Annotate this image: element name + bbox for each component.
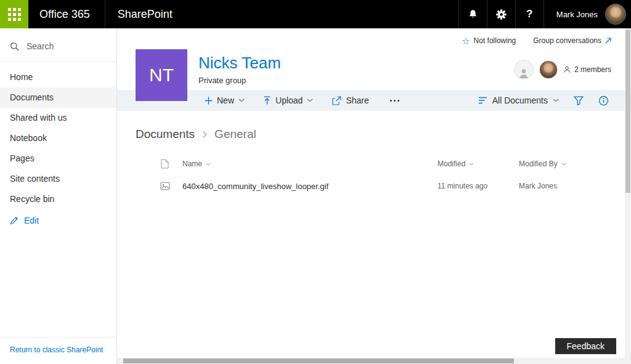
ellipsis-icon [390, 100, 392, 102]
view-selector-all-documents[interactable]: All Documents [478, 95, 559, 105]
file-icon [160, 159, 169, 169]
return-to-classic-link[interactable]: Return to classic SharePoint [0, 337, 116, 364]
office365-brand-link[interactable]: Office 365 [28, 0, 105, 28]
chevron-down-icon [561, 163, 566, 166]
file-modified: 11 minutes ago [438, 182, 519, 190]
team-privacy-label: Private group [198, 76, 281, 85]
members-count-label: 2 members [574, 65, 611, 74]
team-initials: NT [149, 65, 174, 86]
not-following-button[interactable]: ☆ Not following [462, 36, 516, 46]
info-pane-button[interactable] [598, 95, 609, 106]
members-count-button[interactable]: 2 members [563, 65, 611, 74]
team-title-block: Nicks Team Private group [198, 54, 281, 86]
upload-icon [263, 96, 271, 105]
gear-icon [496, 9, 507, 20]
app-launcher-button[interactable] [0, 0, 28, 28]
command-bar-right: All Documents [478, 95, 609, 106]
sidebar-item-site-contents[interactable]: Site contents [0, 169, 116, 189]
chevron-down-icon [238, 99, 245, 102]
account-menu[interactable]: Mark Jones [543, 0, 631, 28]
file-name-link[interactable]: 640x480_community_liveshow_looper.gif [182, 182, 438, 191]
sidebar-item-pages[interactable]: Pages [0, 148, 116, 169]
chevron-down-icon [307, 99, 313, 102]
waffle-icon [8, 8, 21, 21]
upload-label: Upload [275, 95, 303, 105]
settings-button[interactable] [487, 0, 515, 28]
sharepoint-link[interactable]: SharePoint [105, 0, 185, 28]
group-conversations-link[interactable]: Group conversations [533, 36, 611, 45]
funnel-icon [574, 96, 584, 105]
suite-bar-right: ? Mark Jones [458, 0, 631, 28]
help-button[interactable]: ? [515, 0, 543, 28]
filter-button[interactable] [574, 96, 584, 105]
edit-nav-link[interactable]: Edit [0, 209, 116, 232]
modified-by-column-header[interactable]: Modified By [519, 160, 613, 168]
new-label: New [217, 95, 234, 105]
help-icon: ? [526, 8, 532, 20]
chevron-down-icon [206, 163, 211, 166]
share-label: Share [346, 95, 368, 105]
bell-icon [468, 9, 478, 19]
scrollbar-corner [625, 358, 631, 364]
chevron-down-icon [553, 99, 559, 102]
file-modified-by: Mark Jones [519, 182, 613, 190]
group-conversations-label: Group conversations [533, 36, 601, 45]
search-icon [10, 42, 19, 51]
document-list: Name Modified Modified By [136, 153, 613, 198]
user-name: Mark Jones [556, 10, 598, 19]
pencil-icon [10, 216, 18, 225]
follow-bar: ☆ Not following Group conversations [117, 28, 625, 49]
more-commands-button[interactable] [388, 100, 402, 102]
members-group: 2 members [514, 60, 611, 79]
name-column-header[interactable]: Name [182, 160, 438, 168]
vertical-scrollbar [625, 28, 631, 358]
sidebar-item-home[interactable]: Home [0, 67, 116, 87]
site-navigation-sidebar: Home Documents Shared with us Notebook P… [0, 28, 117, 364]
new-button[interactable]: New [205, 95, 245, 105]
modified-column-header[interactable]: Modified [438, 160, 519, 168]
team-logo-tile: NT [136, 49, 187, 101]
document-list-header: Name Modified Modified By [160, 153, 613, 174]
team-name[interactable]: Nicks Team [198, 54, 281, 72]
share-icon [332, 96, 341, 105]
share-button[interactable]: Share [332, 95, 368, 105]
sidebar-nav: Home Documents Shared with us Notebook P… [0, 62, 116, 232]
horizontal-scrollbar [117, 358, 625, 364]
chevron-right-icon [202, 131, 207, 139]
main-content: ☆ Not following Group conversations NT [117, 28, 625, 358]
view-list-icon [478, 97, 487, 104]
star-icon: ☆ [462, 36, 470, 46]
external-link-icon [605, 38, 611, 44]
horizontal-scrollbar-thumb[interactable] [123, 358, 514, 363]
sidebar-item-documents[interactable]: Documents [0, 87, 116, 108]
notifications-button[interactable] [458, 0, 487, 28]
sidebar-search [0, 28, 116, 62]
user-avatar[interactable] [605, 4, 626, 25]
sidebar-item-shared-with-us[interactable]: Shared with us [0, 108, 116, 128]
sidebar-item-recycle-bin[interactable]: Recycle bin [0, 189, 116, 209]
feedback-button[interactable]: Feedback [555, 338, 616, 354]
breadcrumb-general[interactable]: General [214, 127, 256, 141]
site-header: NT Nicks Team Private group [117, 49, 625, 111]
edit-label: Edit [24, 216, 39, 225]
sidebar-item-notebook[interactable]: Notebook [0, 128, 116, 148]
team-title-row: Nicks Team Private group [117, 49, 625, 90]
sharepoint-app: Office 365 SharePoint [0, 0, 631, 364]
breadcrumb-documents[interactable]: Documents [136, 127, 195, 141]
vertical-scrollbar-thumb[interactable] [625, 30, 630, 193]
member-avatar-generic[interactable] [514, 60, 534, 79]
image-file-icon [160, 182, 182, 190]
breadcrumb: Documents General [117, 111, 625, 145]
plus-icon [205, 97, 213, 105]
chevron-down-icon [469, 163, 474, 166]
member-avatar-photo[interactable] [539, 60, 558, 79]
command-bar: New Upload [117, 90, 625, 111]
view-label: All Documents [492, 95, 548, 105]
person-icon [563, 66, 571, 73]
table-row[interactable]: 640x480_community_liveshow_looper.gif 11… [160, 174, 613, 198]
search-input[interactable] [25, 41, 100, 52]
suite-bar: Office 365 SharePoint [0, 0, 631, 28]
upload-button[interactable]: Upload [263, 95, 313, 105]
file-type-column-header[interactable] [160, 159, 182, 169]
not-following-label: Not following [474, 36, 516, 45]
